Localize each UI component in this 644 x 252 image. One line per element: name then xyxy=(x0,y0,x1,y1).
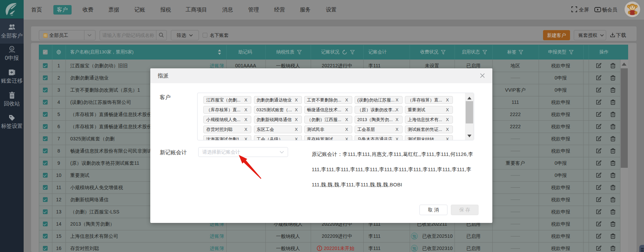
svg-text:0: 0 xyxy=(11,47,12,50)
